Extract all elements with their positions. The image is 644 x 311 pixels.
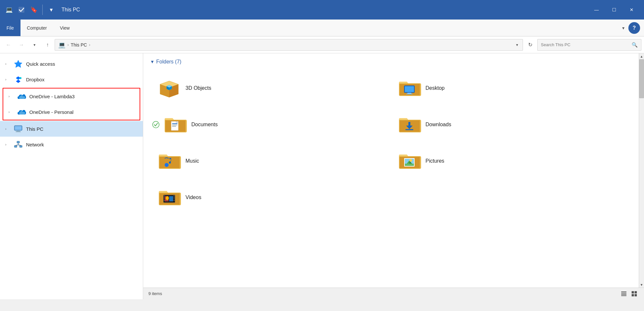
folder-pictures-icon <box>398 149 421 173</box>
folder-3d-objects[interactable]: 3D Objects <box>151 71 391 105</box>
chevron-this-pc: › <box>5 127 10 131</box>
tab-file[interactable]: File <box>0 20 21 36</box>
folder-downloads-name: Downloads <box>426 122 451 128</box>
svg-rect-9 <box>14 145 17 147</box>
window-title: This PC <box>62 7 80 13</box>
onedrive-personal-label: OneDrive - Personal <box>29 109 74 115</box>
svg-rect-61 <box>621 293 626 293</box>
folder-music[interactable]: Music <box>151 144 391 178</box>
this-pc-label: This PC <box>26 126 43 132</box>
svg-rect-5 <box>15 126 21 130</box>
chevron-network: › <box>5 142 10 146</box>
folder-pictures[interactable]: Pictures <box>391 144 631 178</box>
content-area: ▾ Folders (7) <box>143 53 639 288</box>
svg-rect-60 <box>621 291 626 292</box>
tab-view[interactable]: View <box>53 20 76 36</box>
svg-point-39 <box>165 163 169 167</box>
svg-rect-7 <box>16 131 21 132</box>
title-divider <box>42 5 43 15</box>
scroll-up-button[interactable]: ▲ <box>639 53 644 59</box>
folder-videos-name: Videos <box>185 195 201 200</box>
svg-rect-51 <box>169 196 173 201</box>
svg-rect-59 <box>167 200 168 201</box>
svg-point-28 <box>153 121 159 128</box>
help-button[interactable]: ? <box>628 22 640 34</box>
folder-documents[interactable]: Documents <box>151 108 391 142</box>
back-button[interactable]: ← <box>3 39 14 51</box>
svg-rect-57 <box>173 200 175 201</box>
dropbox-label: Dropbox <box>26 77 45 82</box>
section-header[interactable]: ▾ Folders (7) <box>151 59 631 65</box>
folder-documents-icon <box>163 113 187 136</box>
network-label: Network <box>26 142 44 147</box>
sidebar: › Quick access › Dropbox <box>0 53 143 299</box>
main-layout: › Quick access › Dropbox <box>0 53 644 299</box>
svg-rect-55 <box>173 196 175 196</box>
quick-access-icon <box>14 59 23 68</box>
content-wrapper: ▾ Folders (7) <box>143 53 644 299</box>
address-bar[interactable]: 💻 › This PC › ▾ <box>55 39 523 51</box>
svg-rect-31 <box>172 123 177 124</box>
svg-rect-27 <box>406 94 413 94</box>
sidebar-item-dropbox[interactable]: › Dropbox <box>0 72 143 87</box>
svg-point-45 <box>409 159 412 162</box>
grid-view-button[interactable] <box>630 289 639 298</box>
pin-icon[interactable]: 🔖 <box>29 5 39 15</box>
computer-icon[interactable]: 💻 <box>4 5 14 15</box>
address-dropdown-button[interactable]: ▾ <box>515 43 519 47</box>
search-bar[interactable]: 🔍 <box>537 39 641 51</box>
svg-rect-6 <box>17 130 20 131</box>
forward-button[interactable]: → <box>16 39 27 51</box>
minimize-button[interactable]: — <box>588 3 605 16</box>
sidebar-item-onedrive-personal[interactable]: › OneDrive - Personal <box>3 104 140 120</box>
quick-access-label: Quick access <box>26 61 55 67</box>
svg-rect-32 <box>172 125 177 125</box>
svg-point-14 <box>18 144 19 145</box>
checkmark-icon[interactable] <box>16 5 27 15</box>
sidebar-item-quick-access[interactable]: › Quick access <box>0 56 143 72</box>
maximize-button[interactable]: ☐ <box>606 3 623 16</box>
svg-rect-54 <box>164 200 165 201</box>
sidebar-item-network[interactable]: › Network <box>0 137 143 152</box>
svg-rect-8 <box>17 141 20 143</box>
tab-computer[interactable]: Computer <box>21 20 53 36</box>
folder-desktop[interactable]: Desktop <box>391 71 631 105</box>
scroll-thumb[interactable] <box>639 59 644 98</box>
list-view-button[interactable] <box>619 289 628 298</box>
title-bar-icons: 💻 🔖 ▾ <box>4 5 56 15</box>
sync-status-icon <box>152 121 159 128</box>
up-button[interactable]: ↑ <box>42 39 53 51</box>
ribbon-expand[interactable]: ▾ ? <box>618 20 644 36</box>
svg-rect-67 <box>635 294 637 296</box>
svg-rect-66 <box>632 294 634 296</box>
refresh-button[interactable]: ↻ <box>524 39 536 51</box>
folder-music-name: Music <box>185 158 199 164</box>
folder-videos[interactable]: Videos <box>151 181 391 214</box>
folder-downloads[interactable]: Downloads <box>391 108 631 142</box>
status-bar: 9 items <box>143 288 644 299</box>
folder-3d-objects-icon <box>158 76 181 100</box>
scroll-thumb-track <box>639 59 644 282</box>
svg-rect-63 <box>621 295 626 296</box>
dropdown-icon[interactable]: ▾ <box>46 5 56 15</box>
folder-desktop-name: Desktop <box>426 85 445 91</box>
svg-marker-1 <box>14 60 22 68</box>
sidebar-item-onedrive-lambda[interactable]: › OneDrive - Lambda3 <box>3 88 140 104</box>
search-input[interactable] <box>541 42 630 47</box>
folder-videos-icon <box>158 186 181 209</box>
svg-rect-33 <box>172 126 176 127</box>
svg-rect-62 <box>621 294 626 295</box>
section-title: Folders (7) <box>156 59 181 65</box>
chevron-onedrive-personal: › <box>8 110 14 114</box>
svg-rect-37 <box>405 129 413 130</box>
scrollbar[interactable]: ▲ ▼ <box>639 53 644 288</box>
scroll-down-button[interactable]: ▼ <box>639 282 644 288</box>
folder-documents-name: Documents <box>191 122 218 128</box>
svg-rect-10 <box>20 145 22 147</box>
close-button[interactable]: ✕ <box>623 3 640 16</box>
navigation-bar: ← → ▾ ↑ 💻 › This PC › ▾ ↻ 🔍 <box>0 36 644 53</box>
onedrive-lambda-icon <box>17 92 26 101</box>
sidebar-item-this-pc[interactable]: › This PC <box>0 121 143 137</box>
recent-locations-button[interactable]: ▾ <box>29 39 40 51</box>
folder-grid: 3D Objects <box>151 71 631 214</box>
